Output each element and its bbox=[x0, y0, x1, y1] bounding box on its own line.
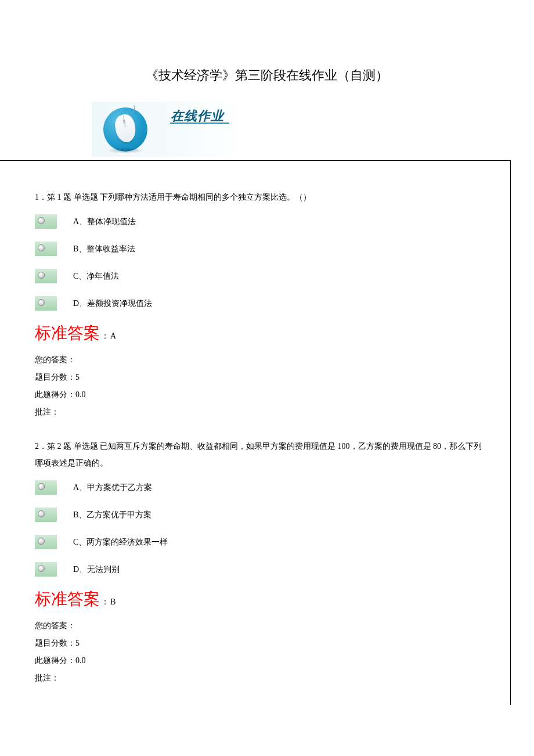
question-stem: 1．第 1 题 单选题 下列哪种方法适用于寿命期相同的多个独立方案比选。（） bbox=[35, 189, 487, 206]
radio-button[interactable] bbox=[35, 214, 57, 229]
option-row: D、差额投资净现值法 bbox=[35, 290, 487, 317]
radio-button[interactable] bbox=[35, 480, 57, 495]
question-score-value: 5 bbox=[75, 373, 80, 381]
this-score-value: 0.0 bbox=[75, 656, 86, 665]
option-text: B、乙方案优于甲方案 bbox=[73, 510, 151, 520]
option-row: B、乙方案优于甲方案 bbox=[35, 501, 487, 528]
radio-button[interactable] bbox=[35, 296, 57, 311]
standard-answer-label: 标准答案 bbox=[35, 324, 100, 342]
online-homework-banner: 在线作业 bbox=[92, 102, 234, 157]
option-row: D、无法判别 bbox=[35, 556, 487, 583]
option-row: C、两方案的经济效果一样 bbox=[35, 528, 487, 556]
question-score-value: 5 bbox=[75, 639, 80, 647]
standard-answer: 标准答案：B bbox=[35, 586, 487, 613]
radio-button[interactable] bbox=[35, 535, 57, 549]
option-row: A、甲方案优于乙方案 bbox=[35, 474, 487, 501]
your-answer-line: 您的答案： bbox=[35, 351, 487, 369]
option-text: B、整体收益率法 bbox=[73, 244, 135, 254]
remark-line: 批注： bbox=[35, 404, 487, 421]
option-row: C、净年值法 bbox=[35, 262, 487, 290]
question-score-line: 题目分数：5 bbox=[35, 635, 487, 652]
standard-answer: 标准答案：A bbox=[35, 321, 487, 347]
this-score-line: 此题得分：0.0 bbox=[35, 386, 487, 404]
standard-answer-label: 标准答案 bbox=[35, 590, 100, 608]
radio-button[interactable] bbox=[35, 562, 57, 577]
your-answer-line: 您的答案： bbox=[35, 617, 487, 635]
radio-button[interactable] bbox=[35, 269, 57, 283]
radio-button[interactable] bbox=[35, 242, 57, 256]
mouse-icon bbox=[101, 105, 150, 154]
radio-button[interactable] bbox=[35, 507, 57, 522]
question-score-line: 题目分数：5 bbox=[35, 369, 487, 386]
standard-answer-value: B bbox=[110, 597, 116, 606]
option-text: A、整体净现值法 bbox=[73, 217, 136, 227]
question-stem: 2．第 2 题 单选题 已知两互斥方案的寿命期、收益都相同，如果甲方案的费用现值… bbox=[35, 438, 487, 472]
option-row: A、整体净现值法 bbox=[35, 208, 487, 235]
option-text: A、甲方案优于乙方案 bbox=[73, 483, 152, 493]
page-title: 《技术经济学》第三阶段在线作业（自测） bbox=[0, 67, 534, 84]
remark-line: 批注： bbox=[35, 669, 487, 687]
option-text: C、净年值法 bbox=[73, 271, 119, 282]
option-row: B、整体收益率法 bbox=[35, 235, 487, 262]
standard-answer-value: A bbox=[110, 332, 116, 340]
question-block: 2．第 2 题 单选题 已知两互斥方案的寿命期、收益都相同，如果甲方案的费用现值… bbox=[35, 438, 487, 687]
question-block: 1．第 1 题 单选题 下列哪种方法适用于寿命期相同的多个独立方案比选。（） A… bbox=[35, 189, 487, 422]
option-text: D、无法判别 bbox=[73, 564, 120, 575]
option-text: D、差额投资净现值法 bbox=[73, 298, 152, 309]
this-score-line: 此题得分：0.0 bbox=[35, 652, 487, 669]
this-score-value: 0.0 bbox=[75, 390, 86, 399]
option-text: C、两方案的经济效果一样 bbox=[73, 537, 168, 548]
